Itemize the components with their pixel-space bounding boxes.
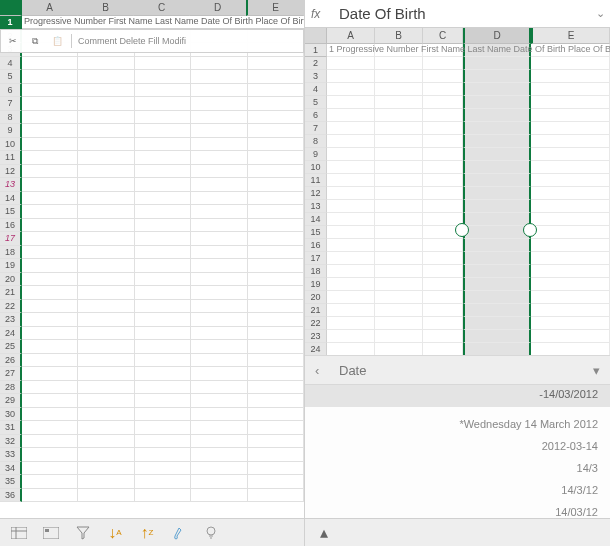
row-header[interactable]: 17 <box>0 232 22 246</box>
row-header[interactable]: 27 <box>0 367 22 381</box>
row-header[interactable]: 1 <box>305 44 327 57</box>
paste-icon[interactable]: 📋 <box>49 33 65 49</box>
row-header[interactable]: 6 <box>0 84 22 98</box>
row-header[interactable]: 9 <box>305 148 327 161</box>
row-header[interactable]: 3 <box>305 70 327 83</box>
col-header-b[interactable]: B <box>78 0 134 16</box>
row-header[interactable]: 29 <box>0 394 22 408</box>
grid-right[interactable]: 1 Progressive Number First Name Last Nam… <box>305 44 610 356</box>
row-header[interactable]: 31 <box>0 421 22 435</box>
row-header[interactable]: 7 <box>305 122 327 135</box>
row-header[interactable]: 2 <box>305 57 327 70</box>
formula-input[interactable]: Date Of Birth <box>333 5 590 22</box>
row-header[interactable]: 18 <box>0 246 22 260</box>
row-header[interactable]: 8 <box>0 111 22 125</box>
row-header[interactable]: 22 <box>0 300 22 314</box>
card-icon[interactable] <box>42 524 60 542</box>
format-option[interactable]: 2012-03-14 <box>317 435 598 457</box>
cut-icon[interactable]: ✂ <box>5 33 21 49</box>
selection-handle-top[interactable] <box>455 223 469 237</box>
dropdown-icon[interactable]: ▾ <box>593 363 600 378</box>
row-header[interactable]: 23 <box>0 313 22 327</box>
row-header[interactable]: 10 <box>305 161 327 174</box>
row-header[interactable]: 24 <box>0 327 22 341</box>
row-header[interactable]: 4 <box>0 57 22 71</box>
col-header-a[interactable]: A <box>22 0 78 16</box>
grid-left[interactable]: Progressive Number First Name Last Name … <box>0 16 304 518</box>
format-title[interactable]: Date <box>335 363 593 378</box>
row-header[interactable]: 13 <box>0 178 22 192</box>
row-header[interactable]: 32 <box>0 435 22 449</box>
rcol-header-b[interactable]: B <box>375 28 423 44</box>
select-all-corner-right[interactable] <box>305 28 327 44</box>
col-header-e[interactable]: E <box>246 0 304 16</box>
row-header[interactable]: 15 <box>0 205 22 219</box>
svg-point-5 <box>207 527 215 535</box>
header-row-text-right: 1 Progressive Number First Name Last Nam… <box>327 44 610 57</box>
paint-icon[interactable] <box>170 524 188 542</box>
row-header[interactable]: 17 <box>305 252 327 265</box>
rcol-header-e[interactable]: E <box>531 28 610 44</box>
header-row-text: Progressive Number First Name Last Name … <box>22 16 304 29</box>
row-header[interactable]: 34 <box>0 462 22 476</box>
col-header-c[interactable]: C <box>134 0 190 16</box>
sort-asc-icon[interactable]: ↓A <box>106 524 124 542</box>
row-header[interactable]: 30 <box>0 408 22 422</box>
row-header[interactable]: 5 <box>305 96 327 109</box>
row-header[interactable]: 10 <box>0 138 22 152</box>
row-header[interactable]: 11 <box>0 151 22 165</box>
context-menu-items[interactable]: Comment Delete Fill Modifi <box>78 36 186 46</box>
chevron-up-icon[interactable]: ▴ <box>315 524 333 542</box>
row-header[interactable]: 12 <box>305 187 327 200</box>
row-header[interactable]: 18 <box>305 265 327 278</box>
idea-icon[interactable] <box>202 524 220 542</box>
row-header[interactable]: 15 <box>305 226 327 239</box>
row-header[interactable]: 23 <box>305 330 327 343</box>
rcol-header-d[interactable]: D <box>463 28 531 44</box>
row-header[interactable]: 22 <box>305 317 327 330</box>
rcol-header-c[interactable]: C <box>423 28 463 44</box>
back-icon[interactable]: ‹ <box>315 363 335 378</box>
row-header[interactable]: 25 <box>0 340 22 354</box>
copy-icon[interactable]: ⧉ <box>27 33 43 49</box>
row-header[interactable]: 4 <box>305 83 327 96</box>
row-header[interactable]: 19 <box>0 259 22 273</box>
row-header[interactable]: 19 <box>305 278 327 291</box>
row-header[interactable]: 20 <box>305 291 327 304</box>
row-header[interactable]: 35 <box>0 475 22 489</box>
rcol-header-a[interactable]: A <box>327 28 375 44</box>
row-header[interactable]: 12 <box>0 165 22 179</box>
row-header[interactable]: 14 <box>305 213 327 226</box>
row-header[interactable]: 20 <box>0 273 22 287</box>
row-header[interactable]: 8 <box>305 135 327 148</box>
format-option[interactable]: *Wednesday 14 March 2012 <box>317 413 598 435</box>
col-header-d[interactable]: D <box>190 0 246 16</box>
row-header[interactable]: 36 <box>0 489 22 503</box>
bottom-toolbar: ↓A ↑Z <box>0 518 304 546</box>
row-header[interactable]: 7 <box>0 97 22 111</box>
column-headers-right: A B C D E <box>305 28 610 44</box>
filter-icon[interactable] <box>74 524 92 542</box>
row-header[interactable]: 5 <box>0 70 22 84</box>
row-header[interactable]: 33 <box>0 448 22 462</box>
fx-label[interactable]: fx <box>305 7 333 21</box>
row-header[interactable]: 16 <box>0 219 22 233</box>
selection-handle-bottom[interactable] <box>523 223 537 237</box>
row-header[interactable]: 21 <box>0 286 22 300</box>
format-option[interactable]: 14/3/12 <box>317 479 598 501</box>
sort-desc-icon[interactable]: ↑Z <box>138 524 156 542</box>
row-header[interactable]: 11 <box>305 174 327 187</box>
sheet-icon[interactable] <box>10 524 28 542</box>
row-header[interactable]: 9 <box>0 124 22 138</box>
row-header[interactable]: 21 <box>305 304 327 317</box>
row-header[interactable]: 28 <box>0 381 22 395</box>
row-header[interactable]: 6 <box>305 109 327 122</box>
format-option[interactable]: 14/3 <box>317 457 598 479</box>
row-header[interactable]: 16 <box>305 239 327 252</box>
row-header[interactable]: 1 <box>0 16 22 30</box>
row-header[interactable]: 14 <box>0 192 22 206</box>
expand-formula-icon[interactable]: ⌄ <box>590 7 610 20</box>
row-header[interactable]: 26 <box>0 354 22 368</box>
select-all-corner[interactable] <box>0 0 22 16</box>
row-header[interactable]: 13 <box>305 200 327 213</box>
